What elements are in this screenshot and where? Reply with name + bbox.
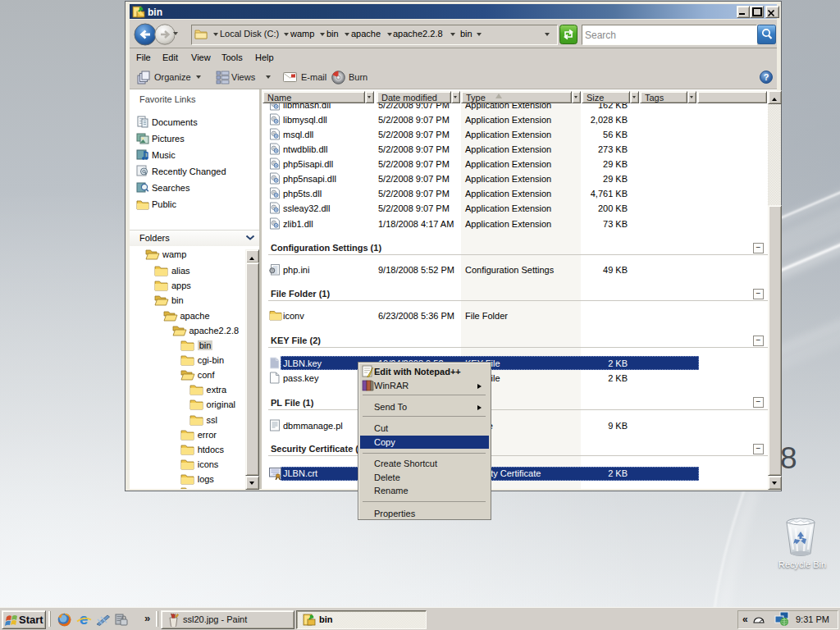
svg-text:?: ?: [764, 72, 769, 82]
